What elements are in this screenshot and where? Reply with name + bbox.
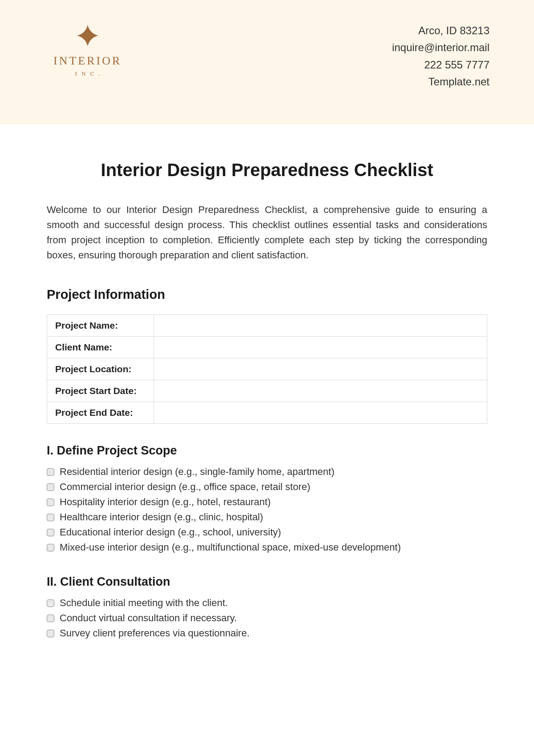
- letterhead-header: INTERIOR INC. Arco, ID 83213 inquire@int…: [0, 0, 534, 125]
- table-row: Project Location:: [47, 358, 487, 380]
- checkbox-icon[interactable]: [47, 468, 54, 476]
- checklist-label: Schedule initial meeting with the client…: [60, 597, 228, 609]
- field-value[interactable]: [154, 358, 487, 380]
- field-label: Project Start Date:: [47, 380, 154, 402]
- list-item: Hospitality interior design (e.g., hotel…: [47, 495, 487, 510]
- contact-address: Arco, ID 83213: [392, 22, 490, 39]
- logo-icon: [74, 22, 101, 49]
- section-heading-client: II. Client Consultation: [47, 575, 487, 589]
- checkbox-icon[interactable]: [47, 529, 54, 536]
- checklist-label: Mixed-use interior design (e.g., multifu…: [60, 542, 401, 553]
- checklist-label: Healthcare interior design (e.g., clinic…: [60, 511, 263, 523]
- checklist-label: Conduct virtual consultation if necessar…: [60, 612, 237, 624]
- scope-checklist: Residential interior design (e.g., singl…: [47, 464, 487, 555]
- field-value[interactable]: [154, 315, 487, 337]
- field-label: Project End Date:: [47, 402, 154, 424]
- logo-name: INTERIOR: [53, 54, 121, 68]
- field-label: Project Location:: [47, 358, 154, 380]
- field-value[interactable]: [154, 337, 487, 358]
- checklist-label: Residential interior design (e.g., singl…: [60, 466, 335, 478]
- checklist-label: Educational interior design (e.g., schoo…: [60, 527, 281, 538]
- list-item: Healthcare interior design (e.g., clinic…: [47, 510, 487, 525]
- table-row: Project Name:: [47, 315, 487, 337]
- document-body: Interior Design Preparedness Checklist W…: [0, 125, 534, 641]
- intro-paragraph: Welcome to our Interior Design Preparedn…: [47, 202, 487, 263]
- page-title: Interior Design Preparedness Checklist: [47, 160, 487, 180]
- contact-site: Template.net: [392, 73, 490, 90]
- list-item: Commercial interior design (e.g., office…: [47, 479, 487, 495]
- list-item: Survey client preferences via questionna…: [47, 626, 487, 641]
- checklist-label: Survey client preferences via questionna…: [60, 627, 250, 639]
- checkbox-icon[interactable]: [47, 483, 54, 491]
- contact-block: Arco, ID 83213 inquire@interior.mail 222…: [392, 22, 490, 91]
- section-heading-project-info: Project Information: [47, 287, 487, 302]
- logo: INTERIOR INC.: [53, 22, 121, 77]
- field-label: Project Name:: [47, 315, 154, 337]
- checkbox-icon[interactable]: [47, 630, 54, 637]
- contact-phone: 222 555 7777: [392, 56, 490, 73]
- table-row: Client Name:: [47, 337, 487, 358]
- list-item: Conduct virtual consultation if necessar…: [47, 611, 487, 626]
- contact-email: inquire@interior.mail: [392, 39, 490, 56]
- checkbox-icon[interactable]: [47, 499, 54, 506]
- table-row: Project Start Date:: [47, 380, 487, 402]
- project-info-table: Project Name: Client Name: Project Locat…: [47, 314, 487, 424]
- field-value[interactable]: [154, 402, 487, 424]
- checkbox-icon[interactable]: [47, 599, 54, 607]
- list-item: Mixed-use interior design (e.g., multifu…: [47, 540, 487, 555]
- list-item: Residential interior design (e.g., singl…: [47, 464, 487, 479]
- checkbox-icon[interactable]: [47, 514, 54, 521]
- table-row: Project End Date:: [47, 402, 487, 424]
- section-heading-scope: I. Define Project Scope: [47, 444, 487, 458]
- field-value[interactable]: [154, 380, 487, 402]
- checkbox-icon[interactable]: [47, 615, 54, 622]
- field-label: Client Name:: [47, 337, 154, 358]
- list-item: Schedule initial meeting with the client…: [47, 595, 487, 611]
- checklist-label: Commercial interior design (e.g., office…: [60, 481, 310, 493]
- logo-subtitle: INC.: [75, 70, 105, 77]
- list-item: Educational interior design (e.g., schoo…: [47, 525, 487, 540]
- client-checklist: Schedule initial meeting with the client…: [47, 595, 487, 641]
- checkbox-icon[interactable]: [47, 544, 54, 551]
- checklist-label: Hospitality interior design (e.g., hotel…: [60, 496, 271, 508]
